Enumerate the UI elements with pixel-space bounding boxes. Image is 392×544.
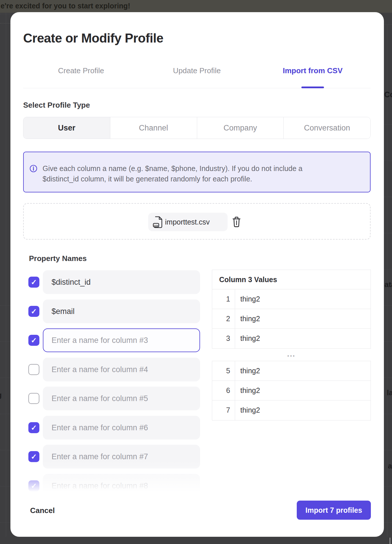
background-gridline — [384, 486, 392, 486]
column-checkbox-4[interactable] — [28, 364, 39, 375]
background-gridline — [0, 341, 10, 342]
property-row: $distinct_id — [10, 270, 213, 294]
row-number-cell: 2 — [212, 309, 235, 328]
cancel-button[interactable]: Cancel — [30, 505, 55, 516]
row-value-cell: thing2 — [235, 309, 371, 328]
table-row: 6 thing2 — [212, 381, 371, 400]
column-checkbox-6[interactable] — [28, 422, 39, 433]
file-chip: csv importtest.csv — [148, 213, 228, 231]
profile-type-user[interactable]: User — [23, 117, 110, 139]
active-tab-underline — [301, 87, 324, 88]
background-gridline — [384, 269, 392, 269]
file-dropzone[interactable]: csv importtest.csv — [23, 203, 371, 240]
trash-icon — [232, 216, 242, 228]
background-gridline — [0, 522, 10, 523]
row-value-cell: thing2 — [235, 381, 371, 400]
column-checkbox-7[interactable] — [28, 451, 39, 462]
row-value-cell: thing2 — [235, 289, 371, 309]
property-names-label: Property Names — [29, 254, 87, 263]
file-name: importtest.csv — [165, 213, 210, 231]
background-gridline — [6, 13, 6, 537]
background-gridline — [0, 14, 10, 14]
property-row: Enter a name for column #6 — [10, 416, 213, 440]
profile-type-label: Select Profile Type — [23, 101, 90, 109]
table-ellipsis: ... — [212, 350, 371, 358]
tab-create-profile[interactable]: Create Profile — [23, 65, 139, 76]
row-value-cell: thing2 — [235, 400, 371, 420]
property-row: Enter a name for column #7 — [10, 445, 213, 468]
background-gridline — [0, 23, 10, 23]
column-name-input-6[interactable]: Enter a name for column #6 — [43, 416, 200, 440]
column-name-input-8[interactable]: Enter a name for column #8 — [43, 474, 200, 498]
property-row: Enter a name for column #3 — [10, 328, 213, 352]
row-number-cell: 1 — [212, 289, 235, 309]
column-checkbox-5[interactable] — [28, 393, 39, 404]
column-checkbox-2[interactable] — [28, 306, 39, 317]
svg-text:csv: csv — [154, 224, 159, 227]
values-table-header: Column 3 Values — [212, 270, 371, 289]
column-name-input-1[interactable]: $distinct_id — [43, 270, 200, 294]
property-row: Enter a name for column #8 — [10, 474, 213, 498]
screen: e're excited for you to start exploring!… — [0, 0, 392, 544]
property-row: Enter a name for column #5 — [10, 387, 213, 410]
table-row: 2 thing2 — [212, 309, 371, 329]
row-number-cell: 5 — [212, 361, 235, 381]
background-gridline — [384, 161, 392, 161]
background-gridline — [384, 341, 392, 342]
background-text-fragment: Col — [384, 90, 392, 99]
background-banner-text: e're excited for you to start exploring! — [1, 2, 130, 10]
row-number-cell: 6 — [212, 381, 235, 400]
background-gridline — [0, 450, 10, 450]
row-value-cell: thing2 — [235, 361, 371, 381]
column-name-input-3[interactable]: Enter a name for column #3 — [43, 328, 200, 352]
profile-type-channel[interactable]: Channel — [110, 117, 197, 139]
table-row: 1 thing2 — [212, 289, 371, 309]
dialog-title: Create or Modify Profile — [23, 31, 163, 46]
column-checkbox-3[interactable] — [28, 335, 39, 346]
import-profile-dialog: Create or Modify Profile Create Profile … — [10, 12, 384, 537]
property-row: $email — [10, 299, 213, 323]
background-gridline — [384, 233, 392, 233]
background-text-fragment: ata — [384, 280, 392, 289]
tab-import-from-csv[interactable]: Import from CSV — [255, 65, 371, 76]
row-number-cell: 3 — [212, 329, 235, 348]
values-table-continued: 5 thing2 6 thing2 7 thing2 — [212, 361, 371, 420]
background-gridline — [384, 414, 392, 414]
info-icon — [30, 165, 37, 172]
column-checkbox-8[interactable] — [28, 480, 39, 491]
column-name-input-4[interactable]: Enter a name for column #4 — [43, 358, 200, 381]
background-gridline — [384, 522, 392, 523]
background-gridline — [384, 24, 392, 25]
background-gridline — [384, 450, 392, 450]
values-table: Column 3 Values 1 thing2 2 thing2 3 thin… — [212, 270, 371, 349]
background-banner: e're excited for you to start exploring! — [0, 0, 392, 13]
profile-type-company[interactable]: Company — [197, 117, 284, 139]
column-checkbox-1[interactable] — [28, 277, 39, 288]
background-gridline — [0, 414, 10, 414]
table-row: 5 thing2 — [212, 361, 371, 381]
delete-file-button[interactable] — [232, 216, 242, 228]
column-name-input-5[interactable]: Enter a name for column #5 — [43, 387, 200, 410]
background-gridline — [384, 197, 392, 197]
tab-update-profile[interactable]: Update Profile — [139, 65, 255, 76]
property-row: Enter a name for column #4 — [10, 358, 213, 381]
background-gridline — [384, 378, 392, 378]
profile-type-selector: User Channel Company Conversation — [23, 117, 371, 139]
background-text-fragment: a — [388, 462, 392, 470]
row-number-cell: 7 — [212, 400, 235, 420]
background-text-fragment: la — [387, 388, 392, 397]
table-row: 3 thing2 — [212, 329, 371, 348]
info-banner-text: Give each column a name (e.g. $name, $ph… — [43, 163, 303, 184]
import-profiles-button[interactable]: Import 7 profiles — [297, 501, 371, 520]
table-row: 7 thing2 — [212, 400, 371, 420]
background-gridline — [384, 305, 392, 306]
row-value-cell: thing2 — [235, 329, 371, 348]
column-name-input-2[interactable]: $email — [43, 299, 200, 323]
column-name-input-7[interactable]: Enter a name for column #7 — [43, 445, 200, 468]
background-gridline — [0, 378, 10, 378]
background-text-fragment: g — [0, 391, 2, 400]
profile-type-conversation[interactable]: Conversation — [284, 117, 370, 139]
info-banner: Give each column a name (e.g. $name, $ph… — [23, 152, 371, 192]
background-gridline — [0, 305, 10, 306]
background-gridline — [384, 124, 392, 125]
